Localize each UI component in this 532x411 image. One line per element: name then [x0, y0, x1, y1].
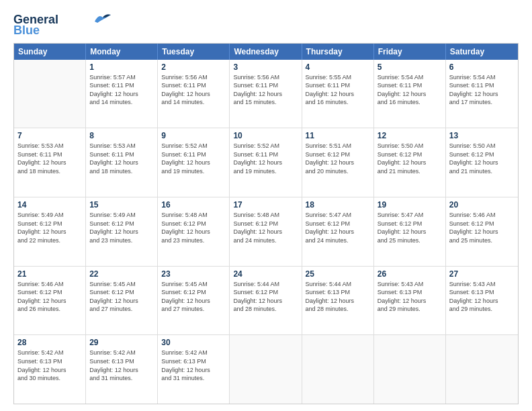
calendar-row-2: 14Sunrise: 5:49 AM Sunset: 6:12 PM Dayli…: [14, 197, 518, 266]
calendar-cell-r4-c4: [302, 335, 374, 404]
day-info: Sunrise: 5:54 AM Sunset: 6:11 PM Dayligh…: [378, 73, 442, 107]
calendar-cell-r4-c5: [374, 335, 446, 404]
day-number: 7: [17, 131, 82, 140]
calendar-cell-r3-c6: 27Sunrise: 5:43 AM Sunset: 6:13 PM Dayli…: [446, 267, 518, 335]
calendar-cell-r3-c2: 23Sunrise: 5:45 AM Sunset: 6:12 PM Dayli…: [158, 267, 230, 335]
calendar-cell-r3-c0: 21Sunrise: 5:46 AM Sunset: 6:12 PM Dayli…: [14, 267, 86, 335]
day-info: Sunrise: 5:45 AM Sunset: 6:12 PM Dayligh…: [89, 280, 154, 314]
day-info: Sunrise: 5:52 AM Sunset: 6:11 PM Dayligh…: [233, 142, 298, 175]
calendar-cell-r2-c3: 17Sunrise: 5:48 AM Sunset: 6:12 PM Dayli…: [230, 197, 302, 266]
day-number: 25: [306, 269, 370, 279]
day-number: 28: [17, 338, 82, 347]
day-info: Sunrise: 5:57 AM Sunset: 6:11 PM Dayligh…: [89, 73, 154, 107]
day-info: Sunrise: 5:43 AM Sunset: 6:13 PM Dayligh…: [378, 280, 442, 314]
calendar-cell-r3-c3: 24Sunrise: 5:44 AM Sunset: 6:12 PM Dayli…: [230, 267, 302, 335]
day-info: Sunrise: 5:48 AM Sunset: 6:12 PM Dayligh…: [233, 211, 298, 244]
day-info: Sunrise: 5:46 AM Sunset: 6:12 PM Dayligh…: [449, 211, 515, 244]
day-info: Sunrise: 5:51 AM Sunset: 6:12 PM Dayligh…: [306, 142, 370, 175]
day-number: 18: [306, 200, 370, 210]
calendar-cell-r0-c3: 3Sunrise: 5:56 AM Sunset: 6:11 PM Daylig…: [230, 60, 302, 128]
day-info: Sunrise: 5:47 AM Sunset: 6:12 PM Dayligh…: [378, 211, 442, 244]
calendar-cell-r0-c4: 4Sunrise: 5:55 AM Sunset: 6:11 PM Daylig…: [302, 60, 374, 128]
calendar-cell-r3-c4: 25Sunrise: 5:44 AM Sunset: 6:13 PM Dayli…: [302, 267, 374, 335]
calendar-cell-r1-c2: 9Sunrise: 5:52 AM Sunset: 6:11 PM Daylig…: [158, 128, 230, 197]
logo: General Blue: [13, 13, 112, 38]
calendar-cell-r2-c1: 15Sunrise: 5:49 AM Sunset: 6:12 PM Dayli…: [86, 197, 158, 266]
day-info: Sunrise: 5:50 AM Sunset: 6:12 PM Dayligh…: [449, 142, 515, 175]
weekday-header-tuesday: Tuesday: [158, 44, 230, 60]
day-info: Sunrise: 5:49 AM Sunset: 6:12 PM Dayligh…: [17, 211, 82, 244]
day-number: 15: [89, 200, 154, 210]
day-number: 29: [89, 338, 154, 347]
calendar-cell-r2-c6: 20Sunrise: 5:46 AM Sunset: 6:12 PM Dayli…: [446, 197, 518, 266]
day-number: 9: [161, 131, 226, 140]
calendar-cell-r1-c6: 13Sunrise: 5:50 AM Sunset: 6:12 PM Dayli…: [446, 128, 518, 197]
day-info: Sunrise: 5:48 AM Sunset: 6:12 PM Dayligh…: [161, 211, 226, 244]
calendar-cell-r2-c4: 18Sunrise: 5:47 AM Sunset: 6:12 PM Dayli…: [302, 197, 374, 266]
day-number: 1: [89, 62, 154, 72]
calendar-cell-r0-c2: 2Sunrise: 5:56 AM Sunset: 6:11 PM Daylig…: [158, 60, 230, 128]
day-info: Sunrise: 5:55 AM Sunset: 6:11 PM Dayligh…: [306, 73, 370, 107]
day-number: 6: [449, 62, 515, 72]
calendar-cell-r0-c1: 1Sunrise: 5:57 AM Sunset: 6:11 PM Daylig…: [86, 60, 158, 128]
calendar-cell-r2-c0: 14Sunrise: 5:49 AM Sunset: 6:12 PM Dayli…: [14, 197, 86, 266]
day-number: 17: [233, 200, 298, 210]
day-number: 12: [378, 131, 442, 140]
day-info: Sunrise: 5:53 AM Sunset: 6:11 PM Dayligh…: [89, 142, 154, 175]
calendar-header: SundayMondayTuesdayWednesdayThursdayFrid…: [14, 44, 518, 60]
day-number: 4: [306, 62, 370, 72]
page: General Blue SundayMondayTuesdayWednesda…: [0, 0, 532, 411]
calendar-cell-r2-c5: 19Sunrise: 5:47 AM Sunset: 6:12 PM Dayli…: [374, 197, 446, 266]
calendar-cell-r1-c5: 12Sunrise: 5:50 AM Sunset: 6:12 PM Dayli…: [374, 128, 446, 197]
weekday-header-monday: Monday: [86, 44, 158, 60]
day-info: Sunrise: 5:44 AM Sunset: 6:12 PM Dayligh…: [233, 280, 298, 314]
logo-text-blue: Blue: [13, 24, 40, 38]
day-info: Sunrise: 5:52 AM Sunset: 6:11 PM Dayligh…: [161, 142, 226, 175]
day-number: 16: [161, 200, 226, 210]
calendar-row-1: 7Sunrise: 5:53 AM Sunset: 6:11 PM Daylig…: [14, 128, 518, 197]
weekday-header-friday: Friday: [374, 44, 446, 60]
calendar-row-4: 28Sunrise: 5:42 AM Sunset: 6:13 PM Dayli…: [14, 334, 518, 404]
header: General Blue: [13, 13, 519, 38]
day-info: Sunrise: 5:43 AM Sunset: 6:13 PM Dayligh…: [449, 280, 515, 314]
calendar-cell-r3-c5: 26Sunrise: 5:43 AM Sunset: 6:13 PM Dayli…: [374, 267, 446, 335]
day-number: 10: [233, 131, 298, 140]
calendar-row-0: 1Sunrise: 5:57 AM Sunset: 6:11 PM Daylig…: [14, 60, 518, 128]
day-info: Sunrise: 5:44 AM Sunset: 6:13 PM Dayligh…: [306, 280, 370, 314]
day-number: 30: [161, 338, 226, 347]
day-number: 23: [161, 269, 226, 279]
day-info: Sunrise: 5:56 AM Sunset: 6:11 PM Dayligh…: [233, 73, 298, 107]
day-number: 2: [161, 62, 226, 72]
day-number: 19: [378, 200, 442, 210]
day-info: Sunrise: 5:42 AM Sunset: 6:13 PM Dayligh…: [17, 349, 82, 382]
calendar-cell-r1-c3: 10Sunrise: 5:52 AM Sunset: 6:11 PM Dayli…: [230, 128, 302, 197]
day-number: 14: [17, 200, 82, 210]
day-number: 5: [378, 62, 442, 72]
calendar-cell-r4-c0: 28Sunrise: 5:42 AM Sunset: 6:13 PM Dayli…: [14, 335, 86, 404]
calendar-cell-r4-c6: [446, 335, 518, 404]
day-info: Sunrise: 5:50 AM Sunset: 6:12 PM Dayligh…: [378, 142, 442, 175]
calendar-cell-r4-c3: [230, 335, 302, 404]
day-info: Sunrise: 5:49 AM Sunset: 6:12 PM Dayligh…: [89, 211, 154, 244]
day-number: 24: [233, 269, 298, 279]
calendar-cell-r1-c4: 11Sunrise: 5:51 AM Sunset: 6:12 PM Dayli…: [302, 128, 374, 197]
weekday-header-wednesday: Wednesday: [230, 44, 302, 60]
day-info: Sunrise: 5:42 AM Sunset: 6:13 PM Dayligh…: [161, 349, 226, 382]
day-number: 11: [306, 131, 370, 140]
day-number: 22: [89, 269, 154, 279]
calendar-cell-r4-c2: 30Sunrise: 5:42 AM Sunset: 6:13 PM Dayli…: [158, 335, 230, 404]
calendar-row-3: 21Sunrise: 5:46 AM Sunset: 6:12 PM Dayli…: [14, 266, 518, 335]
weekday-header-saturday: Saturday: [446, 44, 518, 60]
calendar-cell-r1-c1: 8Sunrise: 5:53 AM Sunset: 6:11 PM Daylig…: [86, 128, 158, 197]
calendar-cell-r4-c1: 29Sunrise: 5:42 AM Sunset: 6:13 PM Dayli…: [86, 335, 158, 404]
day-info: Sunrise: 5:54 AM Sunset: 6:11 PM Dayligh…: [449, 73, 515, 107]
calendar-cell-r2-c2: 16Sunrise: 5:48 AM Sunset: 6:12 PM Dayli…: [158, 197, 230, 266]
logo-bird-icon: [93, 12, 112, 24]
day-info: Sunrise: 5:42 AM Sunset: 6:13 PM Dayligh…: [89, 349, 154, 382]
calendar-cell-r1-c0: 7Sunrise: 5:53 AM Sunset: 6:11 PM Daylig…: [14, 128, 86, 197]
calendar-cell-r0-c6: 6Sunrise: 5:54 AM Sunset: 6:11 PM Daylig…: [446, 60, 518, 128]
day-number: 21: [17, 269, 82, 279]
day-number: 27: [449, 269, 515, 279]
day-info: Sunrise: 5:47 AM Sunset: 6:12 PM Dayligh…: [306, 211, 370, 244]
weekday-header-thursday: Thursday: [302, 44, 374, 60]
